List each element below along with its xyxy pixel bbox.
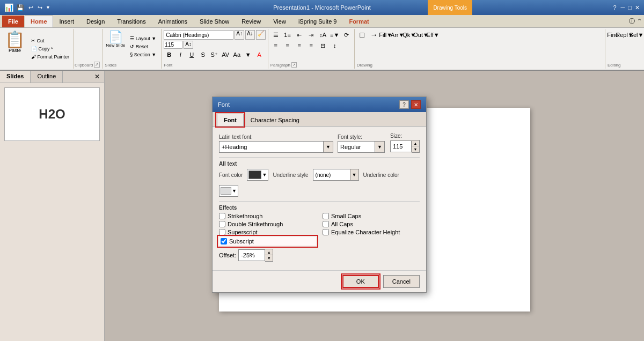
font-color-label: Font color <box>219 172 243 178</box>
double-strikethrough-label: Double Strikethrough <box>228 221 283 227</box>
effects-title: Effects <box>219 205 420 211</box>
offset-spin-buttons: ▲ ▼ <box>265 249 273 262</box>
latin-font-group: Latin text font: ▼ <box>219 134 333 153</box>
superscript-checkbox[interactable] <box>219 229 225 235</box>
latin-font-dropdown[interactable]: ▼ <box>324 141 333 153</box>
all-text-row: Font color ▼ Underline style ▼ Underline… <box>219 169 420 197</box>
equalize-height-row: Equalize Character Height <box>323 229 420 235</box>
tab-font[interactable]: Font <box>217 114 244 126</box>
cancel-button[interactable]: Cancel <box>383 275 420 288</box>
tab-character-spacing[interactable]: Character Spacing <box>244 114 306 126</box>
strikethrough-row: Strikethrough <box>219 213 316 219</box>
strikethrough-checkbox[interactable] <box>219 213 225 219</box>
superscript-label: Superscript <box>228 229 258 235</box>
dialog-title-bar: Font ? ✕ <box>213 97 426 112</box>
subscript-label: Subscript <box>229 238 254 244</box>
dialog-overlay: Font ? ✕ Font Character Spacing Latin te… <box>0 0 644 341</box>
font-style-group: Font style: ▼ <box>338 134 386 153</box>
double-strikethrough-checkbox[interactable] <box>219 221 225 227</box>
all-caps-checkbox[interactable] <box>323 221 329 227</box>
superscript-row: Superscript <box>219 229 316 235</box>
all-caps-label: All Caps <box>331 221 353 227</box>
strikethrough-label: Strikethrough <box>228 213 262 219</box>
font-style-input[interactable] <box>338 141 375 153</box>
font-size-up-button[interactable]: ▲ <box>412 140 419 146</box>
underline-style-label: Underline style <box>273 172 308 178</box>
equalize-height-checkbox[interactable] <box>323 229 329 235</box>
underline-style-input[interactable] <box>313 169 350 181</box>
font-style-input-wrapper: ▼ <box>338 141 386 153</box>
font-color-swatch <box>248 171 261 179</box>
font-size-group: Size: ▲ ▼ <box>390 133 420 153</box>
effects-grid: Strikethrough Small Caps Double Striketh… <box>219 213 420 246</box>
equalize-height-label: Equalize Character Height <box>331 229 400 235</box>
all-text-title: All text <box>219 161 420 167</box>
divider-1 <box>219 157 420 158</box>
offset-down-button[interactable]: ▼ <box>265 255 273 261</box>
dialog-tabs: Font Character Spacing <box>213 112 426 127</box>
font-dialog: Font ? ✕ Font Character Spacing Latin te… <box>212 97 427 293</box>
dialog-close-button[interactable]: ✕ <box>411 100 421 109</box>
latin-font-input[interactable] <box>219 141 324 153</box>
offset-spin-input[interactable] <box>238 249 265 261</box>
underline-color-button[interactable]: ▼ <box>219 185 238 197</box>
offset-label: Offset: <box>219 252 236 258</box>
small-caps-checkbox[interactable] <box>323 213 329 219</box>
font-style-dropdown[interactable]: ▼ <box>375 141 385 153</box>
dialog-controls: ? ✕ <box>399 100 421 109</box>
font-color-dropdown-arrow: ▼ <box>262 172 267 177</box>
font-color-button[interactable]: ▼ <box>247 169 268 181</box>
font-style-label: Font style: <box>338 134 386 140</box>
underline-color-label: Underline color <box>363 172 399 178</box>
latin-font-row: Latin text font: ▼ Font style: ▼ Size: <box>219 133 420 153</box>
small-caps-row: Small Caps <box>323 213 420 219</box>
font-size-spin-buttons: ▲ ▼ <box>412 140 420 153</box>
offset-row: Offset: ▲ ▼ <box>219 249 420 262</box>
latin-font-input-wrapper: ▼ <box>219 141 333 153</box>
dialog-body: Latin text font: ▼ Font style: ▼ Size: <box>213 127 426 268</box>
dialog-buttons: OK Cancel <box>213 270 426 292</box>
font-size-spin-input[interactable] <box>390 140 412 152</box>
underline-color-arrow: ▼ <box>232 188 237 194</box>
dialog-title: Font <box>218 101 230 108</box>
subscript-row: Subscript <box>219 237 316 246</box>
dialog-help-button[interactable]: ? <box>399 100 409 109</box>
offset-up-button[interactable]: ▲ <box>265 249 273 255</box>
underline-style-wrapper: ▼ <box>313 169 359 181</box>
small-caps-label: Small Caps <box>331 213 361 219</box>
font-size-spin-wrapper: ▲ ▼ <box>390 140 420 153</box>
underline-color-swatch <box>221 187 231 195</box>
offset-spin-wrapper: ▲ ▼ <box>238 249 273 262</box>
divider-2 <box>219 201 420 202</box>
font-size-down-button[interactable]: ▼ <box>412 146 419 152</box>
latin-font-label: Latin text font: <box>219 134 333 140</box>
double-strikethrough-row: Double Strikethrough <box>219 221 316 227</box>
font-size-label: Size: <box>390 133 420 139</box>
all-caps-row: All Caps <box>323 221 420 227</box>
ok-button[interactable]: OK <box>342 275 379 288</box>
underline-style-dropdown[interactable]: ▼ <box>350 169 359 181</box>
subscript-checkbox[interactable] <box>221 238 227 244</box>
